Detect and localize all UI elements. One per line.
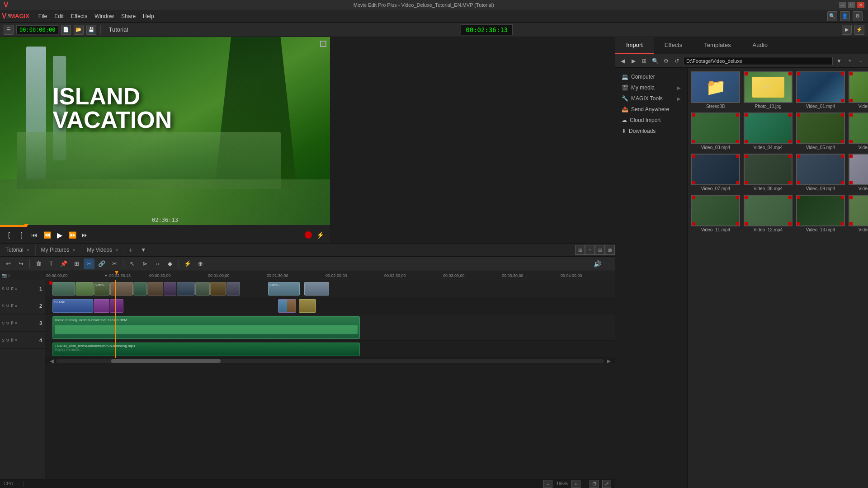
add-tab-btn[interactable]: +: [124, 244, 137, 256]
media-item-v14[interactable]: Video_14.mp4: [849, 195, 868, 232]
sidebar-cloud-import[interactable]: ☁ Cloud Import: [615, 115, 687, 126]
ripple-btn[interactable]: ⊳: [139, 258, 150, 269]
menu-file[interactable]: File: [35, 12, 51, 20]
trim-btn[interactable]: ✂: [84, 258, 94, 269]
clip-1[interactable]: [52, 282, 75, 296]
clip-end-2[interactable]: [299, 299, 316, 313]
back-btn[interactable]: ◀: [618, 56, 627, 66]
tab-pictures-close[interactable]: ✕: [72, 248, 75, 253]
clip-3[interactable]: Video...: [94, 282, 110, 296]
razor-btn[interactable]: ⚡: [182, 258, 193, 269]
clip-10[interactable]: [210, 282, 226, 296]
settings-btn[interactable]: ⚙: [661, 56, 670, 66]
media-item-v11[interactable]: Video_11.mp4: [691, 195, 740, 232]
window-controls[interactable]: ─ □ ✕: [839, 2, 864, 8]
mark-out-btn[interactable]: ]: [16, 230, 27, 240]
tab-videos[interactable]: My Videos ✕: [81, 244, 124, 256]
tab-import[interactable]: Import: [615, 37, 654, 54]
scroll-track[interactable]: [56, 359, 604, 363]
clip-purple-2[interactable]: [110, 299, 123, 313]
clip-last[interactable]: [304, 282, 329, 296]
search-btn[interactable]: 🔍: [651, 56, 660, 66]
media-item-v07[interactable]: Video_07.mp4: [691, 154, 740, 191]
new-btn[interactable]: 📄: [61, 25, 71, 35]
sidebar-my-media[interactable]: 🎬 My media ▶: [615, 82, 687, 93]
link-btn[interactable]: 🔗: [96, 258, 107, 269]
sidebar-computer[interactable]: 💻 Computer: [615, 71, 687, 82]
cursor-btn[interactable]: ↖: [127, 258, 137, 269]
scroll-right-btn[interactable]: ▶: [604, 358, 613, 364]
media-item-photo10[interactable]: ☀ Photo_10.jpg: [744, 71, 793, 109]
preview-fullscreen-btn[interactable]: ⤢: [320, 41, 326, 47]
record-btn[interactable]: [305, 231, 312, 239]
burn-btn[interactable]: ⚡: [854, 25, 864, 35]
multiview-btn[interactable]: ⊟: [595, 245, 605, 255]
pin-btn[interactable]: 📌: [58, 258, 69, 269]
clip-end-1[interactable]: [278, 299, 296, 313]
menu-window[interactable]: Window: [91, 12, 118, 20]
media-item-stereo3d[interactable]: 📁 Stereo3D: [691, 71, 740, 109]
maximize-button[interactable]: □: [848, 2, 855, 8]
scroll-left-btn[interactable]: ◀: [47, 358, 56, 364]
sidebar-downloads[interactable]: ⬇ Downloads: [615, 126, 687, 136]
grid-view-btn[interactable]: ⊠: [605, 245, 615, 255]
account-btn[interactable]: 👤: [840, 11, 850, 21]
delete-btn[interactable]: 🗑: [33, 258, 44, 269]
grid-mode-btn[interactable]: ⊞: [640, 56, 649, 66]
insert-btn[interactable]: ⊕: [195, 258, 206, 269]
keyframe-btn[interactable]: ◆: [165, 258, 175, 269]
menu-edit[interactable]: Edit: [51, 12, 67, 20]
media-item-v04[interactable]: Video_04.mp4: [744, 113, 793, 150]
prev-frame-btn[interactable]: ⏪: [42, 230, 52, 240]
media-item-v01[interactable]: Video_01.mp4: [796, 71, 845, 109]
media-item-v05[interactable]: Video_05.mp4: [796, 113, 845, 150]
scissors-btn[interactable]: ✂: [109, 258, 120, 269]
media-item-v09[interactable]: Video_09.mp4: [796, 154, 845, 191]
menu-share[interactable]: Share: [118, 12, 139, 20]
tab-effects[interactable]: Effects: [654, 37, 693, 54]
menu-effects[interactable]: Effects: [67, 12, 91, 20]
fullscreen-tl-btn[interactable]: ⤢: [602, 480, 611, 488]
media-item-v03[interactable]: Video_03.mp4: [691, 113, 740, 150]
media-item-v08[interactable]: Video_08.mp4: [744, 154, 793, 191]
tab-dropdown-btn[interactable]: ▼: [137, 244, 150, 256]
mark-in-btn[interactable]: [: [4, 230, 14, 240]
refresh-btn[interactable]: ↺: [672, 56, 681, 66]
timeline-view-btn[interactable]: ≡: [585, 245, 595, 255]
minimize-button[interactable]: ─: [839, 2, 846, 8]
save-btn[interactable]: 💾: [86, 25, 96, 35]
tab-videos-close[interactable]: ✕: [115, 248, 118, 253]
skip-prev-btn[interactable]: ⏮: [29, 230, 40, 240]
tab-tutorial[interactable]: Tutorial ✕: [0, 244, 36, 256]
menu-help[interactable]: Help: [139, 12, 158, 20]
export-btn[interactable]: ▶: [842, 25, 852, 35]
tab-templates[interactable]: Templates: [693, 37, 741, 54]
tab-pictures[interactable]: My Pictures ✕: [36, 244, 82, 256]
hamburger-menu[interactable]: ☰: [4, 25, 14, 35]
browser-path[interactable]: D:\Footage\Video_deluxe: [683, 57, 833, 65]
tab-audio[interactable]: Audio: [742, 37, 778, 54]
next-frame-btn[interactable]: ⏩: [67, 230, 78, 240]
open-btn[interactable]: 📂: [74, 25, 84, 35]
audio-clip-2[interactable]: 160280_unfb_forest-ambient-with-a-birdso…: [52, 343, 360, 356]
h-scrollbar[interactable]: ◀ ▶: [45, 358, 615, 363]
search-global-btn[interactable]: 🔍: [827, 11, 837, 21]
clip-8[interactable]: [177, 282, 195, 296]
skip-next-btn[interactable]: ⏭: [80, 230, 90, 240]
zoom-in-btn[interactable]: +: [571, 480, 580, 488]
play-btn[interactable]: ▶: [54, 230, 65, 240]
undo-btn[interactable]: ↩: [3, 258, 14, 269]
slip-btn[interactable]: ↔: [152, 258, 163, 269]
clip-text-island[interactable]: ISLAND...: [52, 299, 93, 313]
path-dropdown-btn[interactable]: ▼: [835, 56, 844, 66]
forward-btn[interactable]: ▶: [629, 56, 638, 66]
media-item-v10[interactable]: Video_10.mp4: [849, 154, 868, 191]
remove-path-btn[interactable]: -: [856, 56, 865, 66]
media-item-v02[interactable]: Video_02.mp4: [849, 71, 868, 109]
fit-btn[interactable]: ⊡: [590, 480, 599, 488]
sidebar-send-anywhere[interactable]: 📤 Send Anywhere: [615, 104, 687, 115]
clip-2[interactable]: [75, 282, 94, 296]
redo-btn[interactable]: ↪: [15, 258, 26, 269]
lightning-btn[interactable]: ⚡: [314, 230, 326, 240]
clip-7[interactable]: [164, 282, 176, 296]
